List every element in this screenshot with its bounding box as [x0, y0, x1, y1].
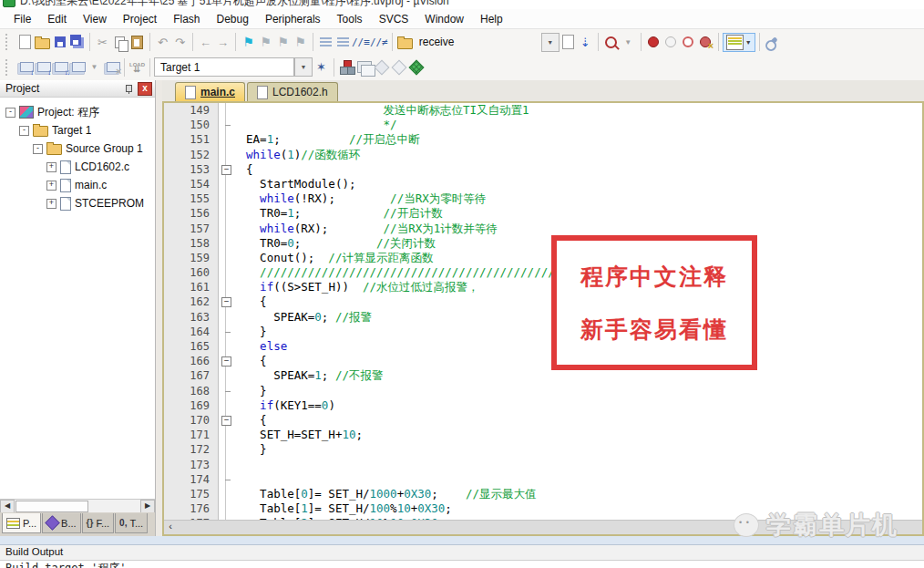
menu-file[interactable]: File — [5, 11, 39, 27]
rebuild-button[interactable] — [51, 59, 68, 76]
insert-breakpoint-button[interactable] — [645, 34, 662, 50]
tree-item[interactable]: -Source Group 1 — [0, 139, 155, 158]
build-button[interactable] — [34, 59, 51, 76]
scroll-left-arrow[interactable]: ‹ — [164, 522, 177, 534]
manage-layers-button[interactable] — [355, 59, 373, 76]
code-line[interactable]: 162− { — [164, 294, 922, 309]
fold-margin[interactable]: − — [219, 354, 232, 368]
uncomment-selection-button[interactable]: //≠ — [370, 34, 388, 50]
new-file-button[interactable] — [16, 34, 34, 50]
code-line[interactable]: 151 EA=1; //开启总中断 — [164, 132, 922, 147]
find-dropdown-button[interactable]: ▼ — [541, 33, 560, 52]
batch-setup-button[interactable] — [390, 59, 407, 76]
menu-debug[interactable]: Debug — [209, 11, 257, 27]
save-all-button[interactable] — [68, 34, 86, 50]
tree-item[interactable]: +main.c — [0, 176, 155, 194]
find-all-dropdown[interactable]: ▼ — [620, 34, 637, 50]
pack-installer-button[interactable] — [407, 59, 425, 76]
find-all-references-button[interactable] — [602, 34, 620, 50]
scroll-left-arrow[interactable]: ◀ — [0, 500, 15, 513]
comment-selection-button[interactable]: //≡ — [352, 34, 370, 50]
tree-item[interactable]: +STCEEPROM — [0, 194, 155, 212]
menu-edit[interactable]: Edit — [39, 11, 75, 27]
menu-project[interactable]: Project — [115, 11, 165, 27]
tree-item[interactable]: -Target 1 — [0, 121, 155, 139]
panel-splitter[interactable] — [156, 80, 162, 536]
navigate-forward-button[interactable]: → — [214, 34, 231, 50]
fold-collapse-icon[interactable]: − — [221, 165, 231, 175]
incremental-find-button[interactable]: ⇣ — [577, 34, 594, 50]
editor-tab-main.c[interactable]: main.c — [175, 82, 245, 101]
code-line[interactable]: 174 — [164, 472, 922, 487]
fold-margin[interactable] — [219, 325, 232, 339]
menu-help[interactable]: Help — [472, 11, 511, 27]
toolbar-grip[interactable] — [5, 59, 12, 76]
tree-item[interactable]: +LCD1602.c — [0, 158, 155, 176]
multi-project-button[interactable] — [373, 59, 390, 76]
editor-tab-LCD1602.h[interactable]: LCD1602.h — [247, 82, 338, 101]
scrollbar-thumb[interactable] — [15, 501, 88, 512]
stop-build-button[interactable] — [103, 59, 120, 76]
menu-svcs[interactable]: SVCS — [371, 11, 417, 27]
menu-window[interactable]: Window — [416, 11, 472, 27]
translate-button[interactable] — [16, 59, 34, 76]
redo-button[interactable]: ↷ — [171, 34, 189, 50]
code-line[interactable]: 158 TR0=0; //关闭计数 — [164, 236, 922, 251]
batch-build-dropdown[interactable]: ▼ — [86, 59, 103, 76]
layout-dropdown-arrow[interactable]: ▼ — [745, 39, 752, 46]
code-line[interactable]: 149 发送中断标志位TI又自动置1 — [164, 103, 922, 118]
project-panel-hscrollbar[interactable]: ◀ ▶ — [0, 499, 155, 512]
configuration-wrench-button[interactable] — [764, 34, 781, 50]
tree-item[interactable]: -Project: 程序 — [0, 103, 155, 121]
kill-all-breakpoints-button[interactable] — [697, 34, 714, 50]
fold-collapse-icon[interactable]: − — [221, 297, 231, 307]
code-line[interactable]: 161 if((S>SET_H)) //水位过低过高报警， — [164, 280, 922, 294]
find-in-files-button[interactable] — [560, 34, 577, 50]
paste-button[interactable] — [128, 34, 146, 50]
code-line[interactable]: 156 TR0=1; //开启计数 — [164, 206, 922, 221]
code-editor[interactable]: 149 发送中断标志位TI又自动置1150 */151 EA=1; //开启总中… — [164, 103, 922, 534]
cut-button[interactable]: ✂ — [94, 34, 111, 50]
code-line[interactable]: 157 while(RX); //当RX为1计数并等待 — [164, 222, 922, 236]
target-options-button[interactable]: ✶ — [313, 59, 330, 76]
save-button[interactable] — [51, 34, 68, 50]
code-line[interactable]: 170− { — [164, 413, 922, 428]
fold-margin[interactable]: − — [219, 162, 232, 177]
code-line[interactable]: 163 SPEAK=0; //报警 — [164, 310, 922, 325]
indent-button[interactable] — [334, 34, 352, 50]
manage-components-button[interactable] — [338, 59, 355, 76]
collapse-icon[interactable]: - — [19, 126, 29, 136]
code-line[interactable]: 165 else — [164, 339, 922, 354]
expand-icon[interactable]: + — [46, 181, 56, 191]
panel-tab-books[interactable]: B... — [42, 513, 81, 533]
collapse-icon[interactable]: - — [5, 108, 15, 118]
scroll-right-arrow[interactable]: ▶ — [140, 500, 155, 513]
code-line[interactable]: 167 SPEAK=1; //不报警 — [164, 368, 922, 383]
batch-build-button[interactable] — [68, 59, 86, 76]
menu-flash[interactable]: Flash — [165, 11, 208, 27]
target-dropdown-button[interactable]: ▼ — [294, 57, 313, 77]
copy-button[interactable] — [111, 34, 128, 50]
code-line[interactable]: 164 } — [164, 325, 922, 339]
fold-margin[interactable] — [219, 118, 232, 132]
expand-icon[interactable]: + — [46, 162, 56, 172]
code-line[interactable]: 166− { — [164, 354, 922, 368]
previous-bookmark-button[interactable]: ⚑ — [257, 34, 274, 50]
menu-tools[interactable]: Tools — [329, 11, 371, 27]
next-bookmark-button[interactable]: ⚑ — [274, 34, 292, 50]
unindent-button[interactable] — [317, 34, 334, 50]
collapse-icon[interactable]: - — [33, 144, 43, 154]
panel-tab-project[interactable]: P... — [2, 513, 41, 533]
enable-disable-breakpoint-button[interactable] — [662, 34, 680, 50]
expand-icon[interactable]: + — [46, 199, 56, 209]
code-line[interactable]: 173 — [164, 458, 922, 472]
panel-tab-templates[interactable]: 0,T... — [115, 513, 148, 533]
toggle-bookmark-button[interactable]: ⚑ — [240, 34, 257, 50]
code-line[interactable]: 160 ////////////////////////////////////… — [164, 265, 922, 280]
clear-bookmarks-button[interactable]: ⚑ — [292, 34, 309, 50]
code-line[interactable]: 172 } — [164, 442, 922, 457]
code-line[interactable]: 159 Conut(); //计算显示距离函数 — [164, 251, 922, 265]
code-line[interactable]: 171 SET_H=SET_H+10; — [164, 428, 922, 442]
toolbar-grip[interactable] — [5, 34, 12, 50]
code-line[interactable]: 169 if(KEY1==0) — [164, 398, 922, 413]
